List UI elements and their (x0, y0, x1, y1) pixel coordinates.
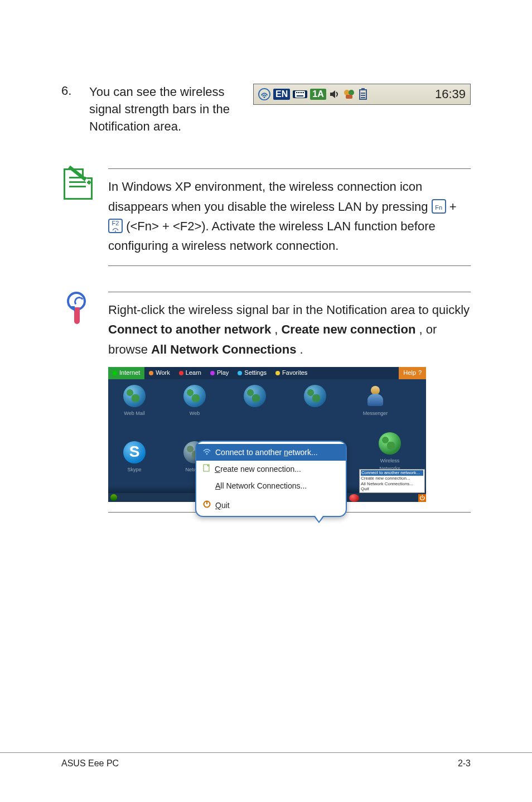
asus-tray-icon (343, 89, 355, 100)
wifi-tray-icon (258, 88, 270, 100)
launcher-skype[interactable]: SSkype (115, 441, 154, 485)
tab-help[interactable]: Help ? (399, 367, 426, 379)
step-6-number: 6. (61, 84, 77, 98)
svg-rect-11 (346, 95, 352, 99)
svg-rect-13 (361, 88, 365, 90)
svg-point-18 (206, 453, 208, 455)
launcher-webmail[interactable]: Web Mail (115, 385, 154, 429)
context-all-connections[interactable]: All Network Connections... (196, 477, 346, 494)
svg-rect-14 (361, 93, 365, 94)
tip-bold3: All Network Connections (151, 342, 296, 356)
eee-pc-screenshot: Internet Work Learn Play Settings Favori… (108, 367, 426, 502)
context-item-label: Connect to another network... (215, 446, 318, 458)
launcher-web[interactable]: Web (175, 385, 214, 429)
svg-rect-8 (297, 95, 303, 96)
wifi-menu-icon (203, 446, 211, 458)
context-item-label: Quit (215, 499, 230, 511)
footer-right: 2-3 (458, 758, 471, 769)
ime-mode-icon: 1A (310, 89, 326, 100)
start-button-icon[interactable] (110, 494, 117, 501)
tip-bold2: Create new connection (281, 322, 415, 336)
tip-callout: Right-click the wireless signal bar in t… (61, 292, 471, 513)
tip-bold1: Connect to another network (108, 322, 271, 336)
page-footer: ASUS Eee PC 2-3 (0, 752, 532, 769)
svg-point-17 (115, 230, 116, 231)
power-menu-icon (203, 499, 211, 511)
mini-volume-icon[interactable] (349, 494, 359, 502)
note-callout: In Windows XP environment, the wireless … (61, 168, 471, 266)
svg-rect-16 (361, 97, 365, 98)
svg-rect-6 (301, 92, 302, 93)
note-line2: (<Fn> + <F2>). Activate the wireless LAN… (108, 219, 436, 253)
f2-keycap-icon: F2 (108, 219, 123, 233)
mini-power-icon[interactable]: ⏻ (418, 494, 426, 502)
svg-rect-3 (296, 92, 297, 93)
note-icon (64, 168, 93, 200)
tray-clock: 16:39 (435, 87, 466, 102)
svg-rect-2 (295, 91, 305, 98)
volume-tray-icon (329, 89, 340, 99)
launcher-messenger[interactable]: Messenger (356, 385, 395, 429)
svg-point-10 (349, 90, 354, 95)
mini-tooltip-line1: Connect to another network... (361, 470, 423, 476)
context-menu: Connect to another network... Create new… (195, 441, 347, 518)
tab-work[interactable]: Work (144, 367, 174, 379)
launcher-hidden1[interactable] (235, 385, 274, 429)
footer-left: ASUS Eee PC (61, 758, 119, 769)
tab-play[interactable]: Play (206, 367, 233, 379)
svg-point-0 (259, 89, 270, 100)
launcher-wireless[interactable]: Wireless Networks (370, 432, 409, 473)
svg-rect-7 (303, 92, 304, 93)
svg-rect-4 (298, 92, 299, 93)
note-plus: + (449, 200, 457, 214)
svg-point-1 (264, 96, 265, 98)
step-6-text: You can see the wireless signal strength… (89, 84, 241, 135)
svg-rect-5 (299, 92, 301, 93)
mini-tooltip-line4: Quit (361, 486, 369, 491)
context-connect-another[interactable]: Connect to another network... (196, 444, 346, 461)
note-line1: In Windows XP environment, the wireless … (108, 180, 432, 213)
step-6-row: 6. You can see the wireless signal stren… (61, 84, 471, 135)
tip-text-before: Right-click the wireless signal bar in t… (108, 303, 470, 317)
context-item-label: All Network Connections... (215, 480, 307, 492)
tab-favorites[interactable]: Favorites (271, 367, 312, 379)
fn-keycap-icon: Fn (432, 199, 446, 214)
tab-settings[interactable]: Settings (233, 367, 271, 379)
ime-en-icon: EN (273, 89, 290, 100)
tip-body: Right-click the wireless signal bar in t… (108, 292, 471, 513)
launcher-hidden2[interactable] (296, 385, 335, 429)
system-tray: EN 1A 16:39 (253, 84, 471, 105)
tip-end: . (300, 342, 303, 356)
mini-context-tooltip: Connect to another network... Create new… (359, 469, 425, 492)
mini-tooltip-line2: Create new connection... (361, 476, 410, 481)
context-create-new[interactable]: Create new connection... (196, 461, 346, 477)
tab-internet[interactable]: Internet (108, 367, 144, 379)
mini-tooltip-line3: All Network Connections... (361, 481, 413, 486)
document-menu-icon (203, 463, 210, 475)
app-tabbar: Internet Work Learn Play Settings Favori… (108, 367, 426, 379)
context-item-label: Create new connection... (215, 463, 301, 475)
svg-rect-15 (361, 95, 365, 96)
tip-sep1: , (274, 322, 281, 336)
battery-tray-icon (358, 88, 368, 100)
tab-learn[interactable]: Learn (175, 367, 206, 379)
context-quit[interactable]: Quit (196, 497, 346, 514)
note-text: In Windows XP environment, the wireless … (108, 168, 471, 266)
keyboard-tray-icon (293, 90, 307, 98)
tip-icon (66, 292, 90, 326)
